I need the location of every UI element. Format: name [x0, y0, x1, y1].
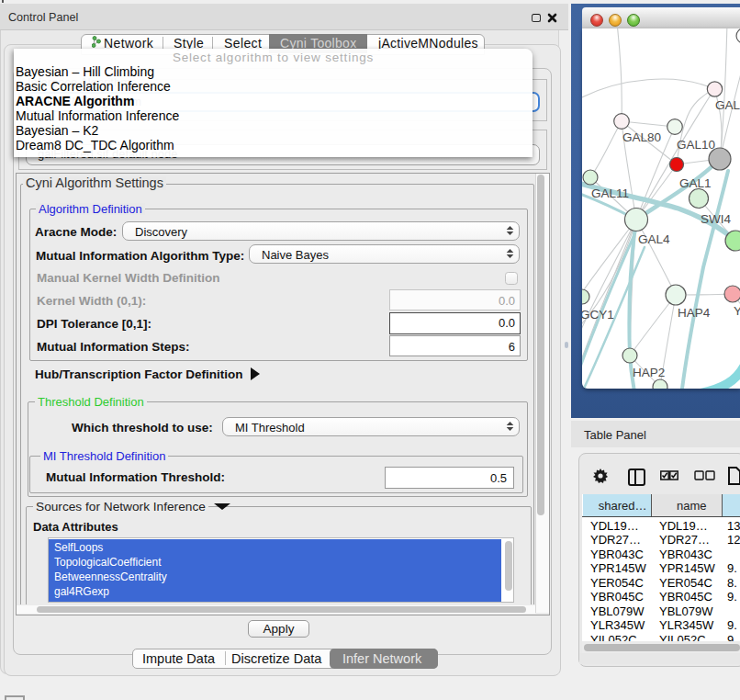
svg-text:GAL11: GAL11 [591, 186, 629, 200]
svg-text:GAL10: GAL10 [677, 138, 715, 152]
svg-text:GAL80: GAL80 [622, 130, 661, 144]
svg-text:HAP4: HAP4 [678, 306, 711, 320]
svg-text:GCY1: GCY1 [582, 308, 614, 322]
svg-text:GAL80: GAL80 [715, 98, 740, 112]
svg-text:SWI4: SWI4 [701, 212, 731, 226]
svg-text:HAP2: HAP2 [633, 366, 665, 379]
svg-text:Y: Y [734, 304, 740, 318]
svg-text:GAL4: GAL4 [638, 232, 670, 246]
svg-text:GAL1: GAL1 [679, 176, 712, 190]
